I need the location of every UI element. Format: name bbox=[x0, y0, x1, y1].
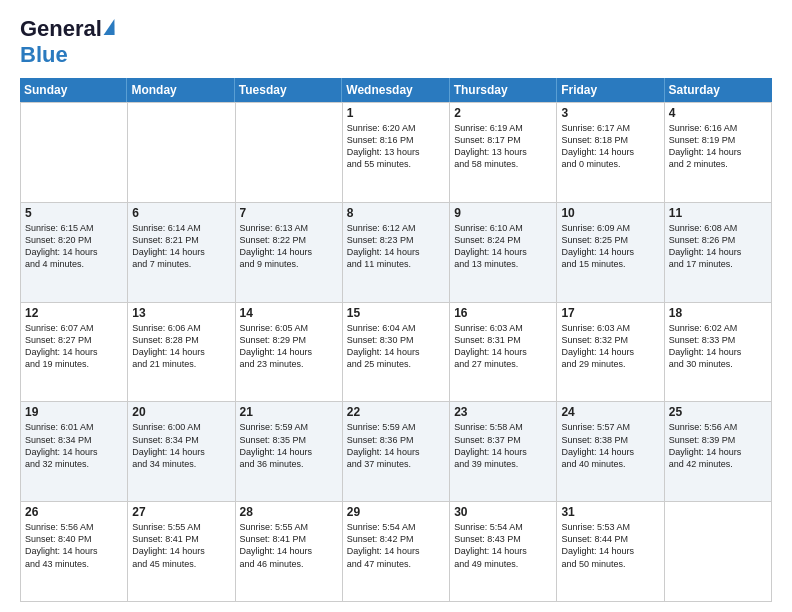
day-info: Sunrise: 6:12 AMSunset: 8:23 PMDaylight:… bbox=[347, 222, 445, 271]
calendar-cell: 17Sunrise: 6:03 AMSunset: 8:32 PMDayligh… bbox=[557, 303, 664, 403]
day-number: 4 bbox=[669, 106, 767, 120]
day-number: 21 bbox=[240, 405, 338, 419]
day-info: Sunrise: 6:01 AMSunset: 8:34 PMDaylight:… bbox=[25, 421, 123, 470]
calendar-cell: 6Sunrise: 6:14 AMSunset: 8:21 PMDaylight… bbox=[128, 203, 235, 303]
day-number: 7 bbox=[240, 206, 338, 220]
logo-icon bbox=[105, 19, 116, 39]
calendar-cell: 14Sunrise: 6:05 AMSunset: 8:29 PMDayligh… bbox=[236, 303, 343, 403]
calendar-cell: 4Sunrise: 6:16 AMSunset: 8:19 PMDaylight… bbox=[665, 103, 772, 203]
logo-main-row: General bbox=[20, 16, 116, 42]
day-number: 13 bbox=[132, 306, 230, 320]
day-info: Sunrise: 6:19 AMSunset: 8:17 PMDaylight:… bbox=[454, 122, 552, 171]
logo-blue-text: Blue bbox=[20, 42, 68, 68]
day-info: Sunrise: 6:00 AMSunset: 8:34 PMDaylight:… bbox=[132, 421, 230, 470]
day-info: Sunrise: 6:16 AMSunset: 8:19 PMDaylight:… bbox=[669, 122, 767, 171]
calendar-cell: 24Sunrise: 5:57 AMSunset: 8:38 PMDayligh… bbox=[557, 402, 664, 502]
day-number: 20 bbox=[132, 405, 230, 419]
day-info: Sunrise: 5:54 AMSunset: 8:43 PMDaylight:… bbox=[454, 521, 552, 570]
calendar-cell: 23Sunrise: 5:58 AMSunset: 8:37 PMDayligh… bbox=[450, 402, 557, 502]
day-info: Sunrise: 5:57 AMSunset: 8:38 PMDaylight:… bbox=[561, 421, 659, 470]
day-info: Sunrise: 5:59 AMSunset: 8:36 PMDaylight:… bbox=[347, 421, 445, 470]
calendar-cell: 26Sunrise: 5:56 AMSunset: 8:40 PMDayligh… bbox=[21, 502, 128, 602]
day-number: 5 bbox=[25, 206, 123, 220]
calendar-row-1: 1Sunrise: 6:20 AMSunset: 8:16 PMDaylight… bbox=[21, 103, 772, 203]
header: General Blue bbox=[20, 16, 772, 68]
calendar-cell bbox=[236, 103, 343, 203]
day-number: 1 bbox=[347, 106, 445, 120]
day-number: 8 bbox=[347, 206, 445, 220]
day-info: Sunrise: 5:54 AMSunset: 8:42 PMDaylight:… bbox=[347, 521, 445, 570]
day-info: Sunrise: 6:20 AMSunset: 8:16 PMDaylight:… bbox=[347, 122, 445, 171]
calendar-cell: 11Sunrise: 6:08 AMSunset: 8:26 PMDayligh… bbox=[665, 203, 772, 303]
day-info: Sunrise: 5:56 AMSunset: 8:39 PMDaylight:… bbox=[669, 421, 767, 470]
day-info: Sunrise: 6:17 AMSunset: 8:18 PMDaylight:… bbox=[561, 122, 659, 171]
logo: General Blue bbox=[20, 16, 116, 68]
day-number: 23 bbox=[454, 405, 552, 419]
day-info: Sunrise: 5:53 AMSunset: 8:44 PMDaylight:… bbox=[561, 521, 659, 570]
calendar-cell: 25Sunrise: 5:56 AMSunset: 8:39 PMDayligh… bbox=[665, 402, 772, 502]
page: General Blue SundayMondayTuesdayWednesda… bbox=[0, 0, 792, 612]
header-day-monday: Monday bbox=[127, 78, 234, 102]
calendar-cell: 9Sunrise: 6:10 AMSunset: 8:24 PMDaylight… bbox=[450, 203, 557, 303]
header-day-thursday: Thursday bbox=[450, 78, 557, 102]
calendar-cell: 5Sunrise: 6:15 AMSunset: 8:20 PMDaylight… bbox=[21, 203, 128, 303]
day-number: 6 bbox=[132, 206, 230, 220]
calendar-cell: 2Sunrise: 6:19 AMSunset: 8:17 PMDaylight… bbox=[450, 103, 557, 203]
day-number: 2 bbox=[454, 106, 552, 120]
header-day-friday: Friday bbox=[557, 78, 664, 102]
calendar-row-4: 19Sunrise: 6:01 AMSunset: 8:34 PMDayligh… bbox=[21, 402, 772, 502]
day-number: 30 bbox=[454, 505, 552, 519]
day-number: 9 bbox=[454, 206, 552, 220]
calendar-row-3: 12Sunrise: 6:07 AMSunset: 8:27 PMDayligh… bbox=[21, 303, 772, 403]
day-info: Sunrise: 5:55 AMSunset: 8:41 PMDaylight:… bbox=[240, 521, 338, 570]
day-number: 18 bbox=[669, 306, 767, 320]
calendar-cell: 13Sunrise: 6:06 AMSunset: 8:28 PMDayligh… bbox=[128, 303, 235, 403]
day-number: 10 bbox=[561, 206, 659, 220]
calendar-cell: 31Sunrise: 5:53 AMSunset: 8:44 PMDayligh… bbox=[557, 502, 664, 602]
day-number: 31 bbox=[561, 505, 659, 519]
calendar-cell: 19Sunrise: 6:01 AMSunset: 8:34 PMDayligh… bbox=[21, 402, 128, 502]
calendar-cell: 21Sunrise: 5:59 AMSunset: 8:35 PMDayligh… bbox=[236, 402, 343, 502]
calendar-cell: 10Sunrise: 6:09 AMSunset: 8:25 PMDayligh… bbox=[557, 203, 664, 303]
day-info: Sunrise: 6:04 AMSunset: 8:30 PMDaylight:… bbox=[347, 322, 445, 371]
calendar-cell: 28Sunrise: 5:55 AMSunset: 8:41 PMDayligh… bbox=[236, 502, 343, 602]
day-number: 27 bbox=[132, 505, 230, 519]
day-number: 24 bbox=[561, 405, 659, 419]
calendar-header: SundayMondayTuesdayWednesdayThursdayFrid… bbox=[20, 78, 772, 102]
day-info: Sunrise: 5:56 AMSunset: 8:40 PMDaylight:… bbox=[25, 521, 123, 570]
day-info: Sunrise: 6:02 AMSunset: 8:33 PMDaylight:… bbox=[669, 322, 767, 371]
header-day-wednesday: Wednesday bbox=[342, 78, 449, 102]
day-info: Sunrise: 6:15 AMSunset: 8:20 PMDaylight:… bbox=[25, 222, 123, 271]
day-info: Sunrise: 6:03 AMSunset: 8:32 PMDaylight:… bbox=[561, 322, 659, 371]
day-info: Sunrise: 6:08 AMSunset: 8:26 PMDaylight:… bbox=[669, 222, 767, 271]
day-info: Sunrise: 6:10 AMSunset: 8:24 PMDaylight:… bbox=[454, 222, 552, 271]
calendar-cell: 18Sunrise: 6:02 AMSunset: 8:33 PMDayligh… bbox=[665, 303, 772, 403]
day-number: 15 bbox=[347, 306, 445, 320]
calendar-row-2: 5Sunrise: 6:15 AMSunset: 8:20 PMDaylight… bbox=[21, 203, 772, 303]
calendar-cell bbox=[21, 103, 128, 203]
day-number: 22 bbox=[347, 405, 445, 419]
logo-bottom-row: Blue bbox=[20, 42, 68, 68]
calendar-cell: 8Sunrise: 6:12 AMSunset: 8:23 PMDaylight… bbox=[343, 203, 450, 303]
day-info: Sunrise: 6:09 AMSunset: 8:25 PMDaylight:… bbox=[561, 222, 659, 271]
calendar-row-5: 26Sunrise: 5:56 AMSunset: 8:40 PMDayligh… bbox=[21, 502, 772, 602]
day-info: Sunrise: 6:07 AMSunset: 8:27 PMDaylight:… bbox=[25, 322, 123, 371]
calendar-body: 1Sunrise: 6:20 AMSunset: 8:16 PMDaylight… bbox=[20, 102, 772, 602]
day-number: 11 bbox=[669, 206, 767, 220]
calendar: SundayMondayTuesdayWednesdayThursdayFrid… bbox=[20, 78, 772, 602]
day-number: 29 bbox=[347, 505, 445, 519]
day-info: Sunrise: 5:55 AMSunset: 8:41 PMDaylight:… bbox=[132, 521, 230, 570]
header-day-sunday: Sunday bbox=[20, 78, 127, 102]
day-info: Sunrise: 6:05 AMSunset: 8:29 PMDaylight:… bbox=[240, 322, 338, 371]
header-day-tuesday: Tuesday bbox=[235, 78, 342, 102]
day-number: 26 bbox=[25, 505, 123, 519]
calendar-cell: 20Sunrise: 6:00 AMSunset: 8:34 PMDayligh… bbox=[128, 402, 235, 502]
calendar-cell: 3Sunrise: 6:17 AMSunset: 8:18 PMDaylight… bbox=[557, 103, 664, 203]
day-info: Sunrise: 5:59 AMSunset: 8:35 PMDaylight:… bbox=[240, 421, 338, 470]
day-number: 12 bbox=[25, 306, 123, 320]
calendar-cell: 15Sunrise: 6:04 AMSunset: 8:30 PMDayligh… bbox=[343, 303, 450, 403]
calendar-cell bbox=[128, 103, 235, 203]
calendar-cell: 22Sunrise: 5:59 AMSunset: 8:36 PMDayligh… bbox=[343, 402, 450, 502]
calendar-cell bbox=[665, 502, 772, 602]
header-day-saturday: Saturday bbox=[665, 78, 772, 102]
